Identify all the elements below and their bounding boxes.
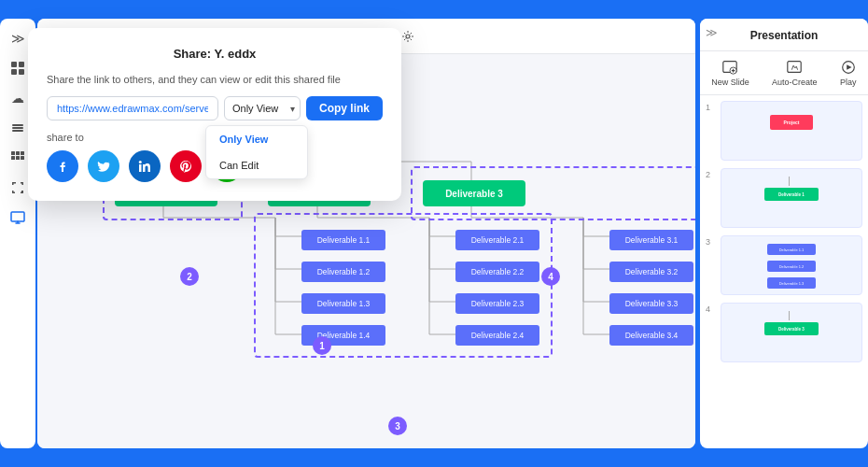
- svg-rect-5: [12, 127, 23, 129]
- url-input[interactable]: [47, 96, 218, 120]
- badge-2: 2: [180, 267, 199, 286]
- deliverable3-node[interactable]: Deliverable 3: [423, 180, 525, 206]
- svg-rect-8: [16, 151, 20, 155]
- slide-number-4: 4: [706, 303, 715, 314]
- svg-marker-71: [847, 64, 851, 69]
- new-slide-label: New Slide: [711, 78, 749, 87]
- svg-point-73: [139, 161, 142, 163]
- svg-point-28: [406, 35, 410, 38]
- panel-header: ≫ Presentation: [700, 19, 868, 51]
- modal-title: Share: Y. eddx: [47, 47, 383, 61]
- permission-select[interactable]: Only View Can Edit: [224, 96, 301, 120]
- svg-rect-4: [12, 124, 23, 126]
- expand-arrows-icon[interactable]: [6, 176, 30, 200]
- slide-thumb-1[interactable]: Project: [721, 101, 862, 161]
- minus-icon[interactable]: [6, 116, 30, 140]
- dropdown-can-edit[interactable]: Can Edit: [206, 152, 307, 178]
- shapes-icon[interactable]: [6, 56, 30, 80]
- badge-4: 4: [541, 267, 560, 286]
- share-pinterest[interactable]: [170, 150, 202, 182]
- d13-node[interactable]: Deliverable 1.3: [301, 293, 385, 314]
- permission-dropdown: Only View Can Edit: [205, 125, 308, 179]
- share-linkedin[interactable]: [129, 150, 161, 182]
- slide-number-3: 3: [706, 235, 715, 247]
- presentation-icon[interactable]: [6, 205, 30, 230]
- play-label: Play: [840, 78, 857, 87]
- slide-list: 1 Project 2 Deliverable 1: [700, 95, 868, 436]
- modal-description: Share the link to others, and they can v…: [47, 74, 383, 85]
- grid-icon[interactable]: [6, 146, 30, 170]
- right-panel: ≫ Presentation New Slide Auto-Create Pla…: [700, 19, 868, 448]
- slide-item-3[interactable]: 3 Deliverable 1.1 Deliverable 1.2 Delive…: [706, 235, 862, 295]
- slide-number-2: 2: [706, 168, 715, 179]
- svg-rect-11: [16, 156, 20, 160]
- slide-item-1[interactable]: 1 Project: [706, 101, 862, 161]
- play-action[interactable]: Play: [840, 59, 857, 87]
- permission-select-wrapper: Only View Can Edit: [224, 96, 301, 120]
- slide-thumb-3[interactable]: Deliverable 1.1 Deliverable 1.2 Delivera…: [721, 235, 862, 295]
- d12-node[interactable]: Deliverable 1.2: [301, 262, 385, 282]
- d24-node[interactable]: Deliverable 2.4: [455, 325, 539, 346]
- svg-rect-1: [19, 62, 24, 67]
- auto-create-action[interactable]: Auto-Create: [772, 59, 818, 87]
- slide-item-2[interactable]: 2 Deliverable 1: [706, 168, 862, 228]
- svg-rect-13: [11, 212, 24, 221]
- svg-rect-12: [21, 156, 24, 160]
- auto-create-label: Auto-Create: [772, 78, 818, 87]
- svg-rect-7: [11, 151, 15, 155]
- d22-node[interactable]: Deliverable 2.2: [455, 262, 539, 282]
- slide-number-1: 1: [706, 101, 715, 112]
- badge-1: 1: [313, 336, 331, 355]
- d34-node[interactable]: Deliverable 3.4: [609, 325, 693, 346]
- svg-rect-0: [11, 62, 17, 67]
- d31-node[interactable]: Deliverable 3.1: [609, 230, 693, 250]
- svg-rect-2: [11, 69, 17, 75]
- panel-title: Presentation: [750, 29, 819, 42]
- d33-node[interactable]: Deliverable 3.3: [609, 293, 693, 314]
- svg-rect-3: [19, 69, 24, 75]
- d21-node[interactable]: Deliverable 2.1: [455, 230, 539, 250]
- svg-rect-6: [12, 130, 23, 132]
- copy-link-button[interactable]: Copy link: [306, 96, 383, 120]
- share-twitter[interactable]: [88, 150, 119, 182]
- cloud-icon[interactable]: ☁: [6, 86, 30, 110]
- svg-rect-10: [11, 156, 15, 160]
- svg-rect-9: [21, 151, 24, 155]
- d32-node[interactable]: Deliverable 3.2: [609, 262, 693, 282]
- expand-icon[interactable]: ≫: [6, 26, 30, 50]
- slide-thumb-4[interactable]: Deliverable 3: [721, 303, 862, 362]
- panel-collapse-icon[interactable]: ≫: [706, 26, 718, 39]
- dropdown-only-view[interactable]: Only View: [206, 126, 307, 152]
- share-facebook[interactable]: [47, 150, 78, 182]
- d23-node[interactable]: Deliverable 2.3: [455, 293, 539, 314]
- modal-link-row: Only View Can Edit Copy link Only View C…: [47, 96, 383, 120]
- slide-item-4[interactable]: 4 Deliverable 3: [706, 303, 862, 362]
- svg-rect-72: [139, 164, 142, 172]
- share-modal: Share: Y. eddx Share the link to others,…: [28, 28, 401, 201]
- slide-thumb-2[interactable]: Deliverable 1: [721, 168, 862, 228]
- panel-actions: New Slide Auto-Create Play: [700, 51, 868, 95]
- new-slide-action[interactable]: New Slide: [711, 59, 749, 87]
- d11-node[interactable]: Deliverable 1.1: [301, 230, 385, 250]
- badge-3: 3: [388, 417, 407, 435]
